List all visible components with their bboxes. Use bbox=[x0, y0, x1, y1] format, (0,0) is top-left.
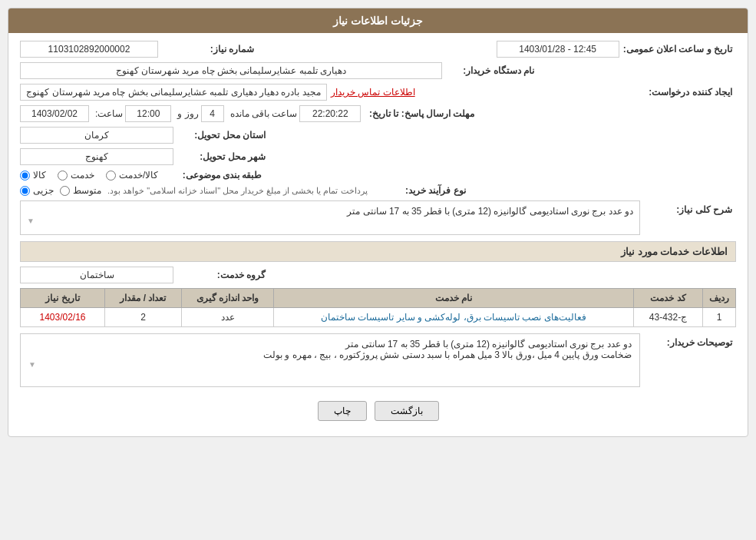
buyer-row: نام دستگاه خریدار: دهیاری تلمبه عشایرسلی… bbox=[20, 62, 736, 79]
need-desc-value: دو عدد برج نوری استادیومی گالوانیزه (12 … bbox=[347, 206, 633, 217]
province-value: کرمان bbox=[20, 127, 173, 144]
city-value: کهنوج bbox=[20, 148, 173, 165]
services-table: ردیف کد خدمت نام خدمت واحد اندازه گیری ت… bbox=[20, 288, 736, 327]
print-button[interactable]: چاپ bbox=[318, 401, 367, 421]
cell-code: ج-432-43 bbox=[634, 308, 703, 327]
deadline-row: مهلت ارسال پاسخ: تا تاریخ: 22:20:22 ساعت… bbox=[20, 105, 736, 122]
service-group-value: ساختمان bbox=[20, 267, 173, 283]
city-label: شهر محل تحویل: bbox=[173, 151, 266, 162]
cell-name: فعالیت‌های نصب تاسیسات برق، لوله‌کشی و س… bbox=[274, 308, 634, 327]
buyer-desc-label: توصیحات خریدار: bbox=[640, 333, 732, 348]
category-label: طبقه بندی موضوعی: bbox=[170, 170, 262, 181]
purchase-type-row: نوع فرآیند خرید: پرداخت تمام یا بخشی از … bbox=[20, 185, 736, 196]
need-number-value: 1103102892000002 bbox=[20, 41, 158, 58]
category-khadamat-radio[interactable] bbox=[58, 171, 68, 181]
cell-date: 1403/02/16 bbox=[21, 308, 105, 327]
buyer-label: نام دستگاه خریدار: bbox=[442, 65, 534, 76]
need-desc-box: دو عدد برج نوری استادیومی گالوانیزه (12 … bbox=[20, 200, 640, 235]
purchase-note: پرداخت تمام یا بخشی از مبلغ خریدار محل "… bbox=[107, 186, 368, 196]
page-wrapper: جزئیات اطلاعات نیاز تاریخ و ساعت اعلان ع… bbox=[0, 0, 756, 540]
category-kala-khadamat-radio[interactable] bbox=[106, 171, 116, 181]
need-desc-label: شرح کلی نیاز: bbox=[640, 200, 732, 215]
col-qty: تعداد / مقدار bbox=[105, 289, 182, 308]
purchase-jozi-radio[interactable] bbox=[20, 186, 30, 196]
page-title: جزئیات اطلاعات نیاز bbox=[8, 8, 748, 33]
category-kala-label: کالا bbox=[33, 170, 46, 181]
col-name: نام خدمت bbox=[274, 289, 634, 308]
category-row: طبقه بندی موضوعی: کالا/خدمت خدمت کالا bbox=[20, 170, 736, 181]
main-container: جزئیات اطلاعات نیاز تاریخ و ساعت اعلان ع… bbox=[8, 8, 748, 437]
announce-date-label: تاریخ و ساعت اعلان عمومی: bbox=[623, 44, 732, 55]
province-row: استان محل تحویل: کرمان bbox=[20, 127, 736, 144]
need-desc-section: شرح کلی نیاز: دو عدد برج نوری استادیومی … bbox=[20, 200, 736, 235]
deadline-date: 1403/02/02 bbox=[20, 105, 89, 122]
cell-row: 1 bbox=[703, 308, 736, 327]
creator-label: ایجاد کننده درخواست: bbox=[640, 87, 732, 98]
buyer-desc-value: دو عدد برج نوری استادیومی گالوانیزه (12 … bbox=[263, 339, 632, 360]
creator-row: ایجاد کننده درخواست: اطلاعات تماس خریدار… bbox=[20, 84, 736, 101]
col-date: تاریخ نیاز bbox=[21, 289, 105, 308]
purchase-type-label: نوع فرآیند خرید: bbox=[374, 185, 466, 196]
col-row: ردیف bbox=[703, 289, 736, 308]
table-row: 1 ج-432-43 فعالیت‌های نصب تاسیسات برق، ل… bbox=[21, 308, 736, 327]
deadline-label: مهلت ارسال پاسخ: تا تاریخ: bbox=[367, 108, 474, 119]
purchase-motavasset-label: متوسط bbox=[73, 185, 101, 196]
category-kala-radio[interactable] bbox=[20, 171, 30, 181]
buttons-row: بازگشت چاپ bbox=[20, 401, 736, 429]
creator-value: مجید بادره دهیار دهیاری تلمبه عشایرسلیما… bbox=[20, 84, 327, 101]
announce-date-value: 1403/01/28 - 12:45 bbox=[497, 41, 619, 58]
category-khadamat-label: خدمت bbox=[71, 170, 94, 181]
buyer-value: دهیاری تلمبه عشایرسلیمانی بخش چاه مرید ش… bbox=[20, 62, 442, 79]
cell-qty: 2 bbox=[105, 308, 182, 327]
services-section-label: اطلاعات خدمات مورد نیاز bbox=[20, 241, 736, 262]
remaining-label: ساعت باقی مانده bbox=[230, 108, 298, 119]
service-group-row: گروه خدمت: ساختمان bbox=[20, 267, 736, 283]
buyer-desc-section: توصیحات خریدار: دو عدد برج نوری استادیوم… bbox=[20, 333, 736, 393]
back-button[interactable]: بازگشت bbox=[375, 401, 439, 421]
buyer-desc-box: دو عدد برج نوری استادیومی گالوانیزه (12 … bbox=[20, 333, 640, 387]
content-area: تاریخ و ساعت اعلان عمومی: 1403/01/28 - 1… bbox=[8, 33, 748, 436]
province-label: استان محل تحویل: bbox=[173, 130, 266, 141]
category-kala-khadamat-label: کالا/خدمت bbox=[119, 170, 158, 181]
cell-unit: عدد bbox=[182, 308, 274, 327]
deadline-days: 4 bbox=[201, 105, 224, 122]
purchase-motavasset-radio[interactable] bbox=[60, 186, 70, 196]
contact-link[interactable]: اطلاعات تماس خریدار bbox=[331, 87, 415, 98]
col-unit: واحد اندازه گیری bbox=[182, 289, 274, 308]
deadline-time-label: ساعت: bbox=[95, 108, 123, 119]
deadline-days-label: روز و bbox=[177, 108, 198, 119]
remaining-time: 22:20:22 bbox=[299, 105, 361, 122]
deadline-time: 12:00 bbox=[125, 105, 171, 122]
service-group-label: گروه خدمت: bbox=[173, 270, 266, 280]
city-row: شهر محل تحویل: کهنوج bbox=[20, 148, 736, 165]
purchase-jozi-label: جزیی bbox=[33, 185, 54, 196]
need-number-label: شماره نیاز: bbox=[162, 44, 254, 55]
col-code: کد خدمت bbox=[634, 289, 703, 308]
